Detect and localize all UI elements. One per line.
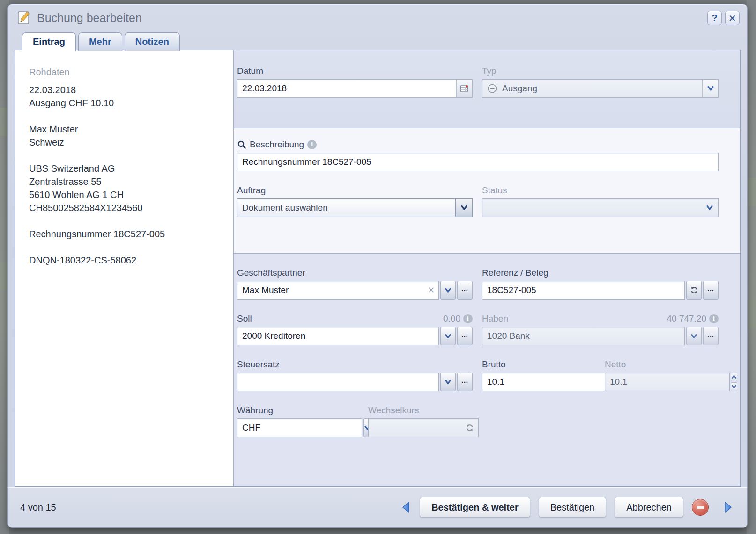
minus-icon (697, 506, 704, 509)
background-app-right (747, 0, 756, 534)
raw-line: Rechnungsnummer 18C527-005 (29, 227, 224, 241)
tab-notizen[interactable]: Notizen (125, 32, 180, 51)
raw-line: UBS Switzerland AG (29, 162, 224, 175)
raw-line (29, 110, 224, 123)
tab-mehr[interactable]: Mehr (78, 32, 122, 51)
referenz-input[interactable] (482, 281, 684, 299)
datum-input[interactable] (237, 80, 456, 97)
chevron-down-icon (706, 205, 713, 211)
datum-field-wrap (237, 79, 473, 98)
waehrung-field-wrap (237, 418, 362, 437)
tab-bar: Eintrag Mehr Notizen (22, 32, 180, 51)
datum-label: Datum (237, 66, 473, 76)
form-panel: Datum (234, 50, 740, 486)
previous-record-button[interactable] (401, 501, 411, 514)
status-select[interactable] (482, 198, 719, 217)
beschreibung-label: Beschreibung (250, 139, 304, 150)
geschaeftspartner-label: Geschäftspartner (237, 268, 473, 278)
typ-label: Typ (482, 66, 719, 76)
refresh-icon (466, 424, 478, 432)
chevron-down-icon (445, 288, 452, 293)
netto-step-up-button[interactable] (731, 373, 737, 381)
raw-line (29, 214, 224, 227)
raw-line (29, 241, 224, 254)
steuersatz-label: Steuersatz (237, 359, 473, 370)
outgoing-minus-icon (482, 83, 497, 94)
section-date-type: Datum (234, 50, 740, 128)
steuersatz-input[interactable] (237, 373, 438, 391)
edit-pencil-icon (16, 10, 31, 25)
referenz-refresh-button[interactable] (686, 281, 702, 300)
netto-field-wrap (605, 373, 730, 391)
geschaeftspartner-dropdown-button[interactable] (440, 281, 456, 300)
haben-input[interactable] (482, 327, 684, 345)
typ-value[interactable] (497, 80, 702, 97)
wechselkurs-field-wrap (368, 418, 479, 437)
tab-eintrag[interactable]: Eintrag (22, 32, 76, 51)
confirm-and-next-button[interactable]: Bestätigen & weiter (420, 497, 530, 518)
delete-record-button[interactable] (692, 499, 709, 516)
status-label: Status (482, 185, 719, 196)
soll-label: Soll (237, 314, 252, 324)
chevron-down-icon (445, 334, 452, 339)
background-row (747, 178, 756, 206)
raw-line: Zentralstrasse 55 (29, 175, 224, 188)
auftrag-dropdown-button[interactable] (455, 199, 472, 217)
clear-icon[interactable]: ✕ (424, 285, 438, 295)
geschaeftspartner-field-wrap: ✕ (237, 281, 439, 300)
calendar-icon (460, 84, 469, 93)
haben-label-row: Haben 40 747.20 i (482, 314, 719, 324)
haben-amount: 40 747.20 (667, 314, 706, 324)
netto-step-down-button[interactable] (731, 382, 737, 391)
raw-line: DNQN-180322-CS-58062 (29, 254, 224, 267)
steuersatz-dropdown-button[interactable] (440, 373, 456, 391)
soll-more-button[interactable]: … (457, 327, 473, 345)
haben-dropdown-button[interactable] (686, 327, 702, 345)
next-record-button[interactable] (723, 501, 733, 514)
help-button[interactable]: ? (707, 11, 722, 25)
auftrag-label: Auftrag (237, 185, 473, 196)
chevron-down-icon (460, 205, 468, 211)
refresh-icon (690, 286, 698, 294)
wechselkurs-label: Wechselkurs (368, 405, 479, 416)
haben-more-button[interactable]: … (703, 327, 719, 345)
referenz-more-button[interactable]: … (703, 281, 719, 300)
info-icon: i (463, 314, 473, 323)
dialog-title: Buchung bearbeiten (37, 11, 142, 25)
referenz-field-wrap (482, 281, 685, 300)
steuersatz-more-button[interactable]: … (457, 373, 473, 391)
soll-label-row: Soll 0.00 i (237, 314, 473, 324)
raw-line: Ausgang CHF 10.10 (29, 96, 224, 110)
confirm-button[interactable]: Bestätigen (539, 497, 607, 518)
cancel-button[interactable]: Abbrechen (615, 497, 683, 518)
geschaeftspartner-more-button[interactable]: … (457, 281, 473, 300)
raw-line: Schweiz (29, 136, 224, 149)
typ-dropdown-button[interactable] (702, 80, 718, 97)
referenz-label: Referenz / Beleg (482, 268, 719, 278)
soll-field-wrap (237, 327, 439, 345)
date-picker-button[interactable] (456, 80, 472, 97)
auftrag-select[interactable]: Dokument auswählen (237, 198, 473, 217)
brutto-input[interactable] (482, 373, 607, 391)
netto-input[interactable] (605, 373, 729, 391)
geschaeftspartner-input[interactable] (237, 281, 424, 299)
soll-dropdown-button[interactable] (440, 327, 456, 345)
beschreibung-field-wrap (237, 153, 719, 171)
status-dropdown-button[interactable] (701, 199, 718, 217)
typ-combobox[interactable] (482, 79, 719, 98)
raw-line: CH85002582584X1234560 (29, 201, 224, 214)
beschreibung-input[interactable] (237, 153, 718, 171)
info-icon: i (709, 314, 719, 323)
wechselkurs-input[interactable] (369, 419, 466, 437)
close-icon: ✕ (728, 13, 736, 24)
waehrung-input[interactable] (237, 419, 362, 437)
raw-line: 22.03.2018 (29, 83, 224, 96)
info-icon: i (307, 140, 317, 149)
background-bottom (0, 527, 756, 534)
close-button[interactable]: ✕ (725, 11, 740, 25)
background-row (747, 300, 756, 328)
soll-input[interactable] (237, 327, 438, 345)
help-icon: ? (712, 13, 717, 23)
raw-line: Max Muster (29, 123, 224, 136)
dialog-titlebar: Buchung bearbeiten (8, 4, 747, 31)
